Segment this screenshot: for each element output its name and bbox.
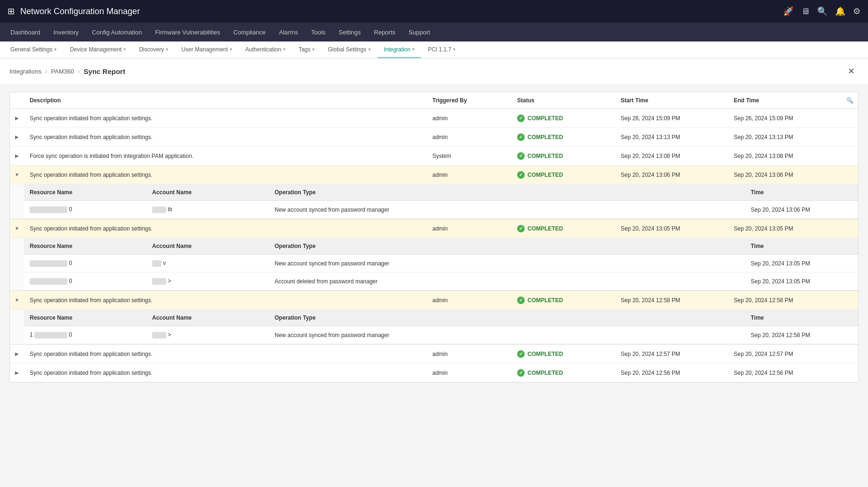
subnav-discovery[interactable]: Discovery ▾ — [132, 41, 175, 58]
status-cell: ✓ COMPLETED — [511, 293, 615, 308]
start-time-cell: Sep 20, 2024 12:56 PM — [615, 366, 728, 380]
nav-inventory[interactable]: Inventory — [47, 23, 85, 41]
subnav-device-management[interactable]: Device Management ▾ — [63, 41, 132, 58]
nav-dashboard[interactable]: Dashboard — [4, 23, 47, 41]
th-status: Status — [511, 97, 615, 104]
breadcrumb-sep-1: › — [45, 68, 47, 75]
expand-button[interactable]: ▶ — [10, 131, 24, 143]
triggered-by-cell: admin — [427, 168, 511, 182]
table-row: ▼ Sync operation initiated from applicat… — [10, 291, 858, 310]
expand-button[interactable]: ▼ — [10, 222, 24, 235]
nav-compliance[interactable]: Compliance — [227, 23, 273, 41]
subnav-user-management[interactable]: User Management ▾ — [175, 41, 239, 58]
breadcrumb-pam360[interactable]: PAM360 — [51, 68, 74, 75]
resource-name-cell: 0 — [24, 257, 146, 270]
operation-type-cell: New account synced from password manager — [269, 257, 745, 270]
nav-reports[interactable]: Reports — [367, 23, 402, 41]
subnav-authentication[interactable]: Authentication ▾ — [239, 41, 292, 58]
subnav-pci[interactable]: PCI 1.1.7 ▾ — [421, 41, 462, 58]
status-cell: ✓ COMPLETED — [511, 130, 615, 145]
account-name-cell: v — [146, 257, 269, 270]
account-short: v — [163, 260, 166, 266]
subnav-general-settings[interactable]: General Settings ▾ — [4, 41, 63, 58]
chevron-down-icon: ▾ — [54, 47, 57, 52]
chevron-down-icon: ▾ — [123, 47, 126, 52]
blurred-resource — [30, 206, 67, 213]
breadcrumb-sep-2: › — [78, 68, 80, 75]
triggered-by-cell: admin — [427, 111, 511, 125]
nav-support[interactable]: Support — [402, 23, 437, 41]
sub-th-account: Account Name — [146, 313, 269, 323]
status-cell: ✓ COMPLETED — [511, 347, 615, 362]
nav-tools[interactable]: Tools — [305, 23, 332, 41]
resource-name-cell: 0 — [24, 203, 146, 216]
bell-icon[interactable]: 🔔 — [835, 6, 845, 17]
resource-name-cell: 0 — [24, 275, 146, 288]
sub-table: Resource Name Account Name Operation Typ… — [10, 238, 858, 291]
launch-icon[interactable]: 🚀 — [783, 6, 794, 17]
expand-button[interactable]: ▶ — [10, 149, 24, 162]
status-cell: ✓ COMPLETED — [511, 149, 615, 164]
search-icon[interactable]: 🔍 — [817, 6, 827, 17]
description-cell: Sync operation initiated from applicatio… — [24, 222, 427, 236]
expand-button[interactable]: ▼ — [10, 168, 24, 181]
th-search[interactable]: 🔍 — [841, 97, 858, 104]
sub-table-row: 1 0 > New account synced from password m… — [24, 326, 858, 344]
nav-settings[interactable]: Settings — [332, 23, 367, 41]
th-start-time: Start Time — [615, 97, 728, 104]
start-time-cell: Sep 20, 2024 12:58 PM — [615, 293, 728, 307]
action-cell — [841, 350, 858, 358]
account-short: ib — [168, 206, 172, 213]
expand-button[interactable]: ▶ — [10, 112, 24, 124]
status-cell: ✓ COMPLETED — [511, 221, 615, 236]
table-row: ▶ Sync operation initiated from applicat… — [10, 128, 858, 147]
sub-th-resource: Resource Name — [24, 241, 146, 251]
sub-th-operation: Operation Type — [269, 187, 745, 198]
completed-icon: ✓ — [517, 225, 525, 232]
completed-icon: ✓ — [517, 133, 525, 141]
th-description: Description — [24, 97, 427, 104]
nav-alarms[interactable]: Alarms — [272, 23, 304, 41]
breadcrumb-sync-report: Sync Report — [84, 67, 125, 75]
blurred-resource — [30, 278, 67, 285]
expand-button[interactable]: ▶ — [10, 347, 24, 360]
sub-time-cell: Sep 20, 2024 13:06 PM — [745, 204, 858, 216]
settings-icon[interactable]: ⚙ — [853, 6, 860, 17]
subnav-tags[interactable]: Tags ▾ — [292, 41, 321, 58]
resource-name-cell: 1 0 — [24, 329, 146, 341]
end-time-cell: Sep 20, 2024 13:05 PM — [728, 222, 841, 236]
subnav-integration[interactable]: Integration ▾ — [377, 41, 422, 58]
sub-th-operation: Operation Type — [269, 241, 745, 251]
close-button[interactable]: ✕ — [844, 64, 859, 78]
sub-th-account: Account Name — [146, 187, 269, 198]
start-time-cell: Sep 20, 2024 13:05 PM — [615, 222, 728, 236]
nav-config-automation[interactable]: Config Automation — [85, 23, 148, 41]
expand-button[interactable]: ▶ — [10, 366, 24, 379]
description-cell: Sync operation initiated from applicatio… — [24, 293, 427, 307]
action-cell — [841, 297, 858, 304]
breadcrumb-integrations[interactable]: Integrations — [9, 68, 41, 75]
sub-nav: General Settings ▾ Device Management ▾ D… — [0, 41, 868, 58]
grid-icon: ⊞ — [8, 6, 15, 17]
main-nav: Dashboard Inventory Config Automation Fi… — [0, 23, 868, 41]
blurred-account — [152, 332, 166, 338]
sub-table: Resource Name Account Name Operation Typ… — [10, 184, 858, 219]
subnav-global-settings[interactable]: Global Settings ▾ — [321, 41, 377, 58]
header-icons: 🚀 🖥 🔍 🔔 ⚙ — [783, 6, 860, 17]
monitor-icon[interactable]: 🖥 — [801, 7, 810, 17]
sub-th-resource: Resource Name — [24, 313, 146, 323]
resource-num: 0 — [69, 206, 72, 213]
action-cell — [841, 133, 858, 141]
description-cell: Sync operation initiated from applicatio… — [24, 130, 427, 144]
start-time-cell: Sep 26, 2024 15:09 PM — [615, 111, 728, 125]
table-header-row: Description Triggered By Status Start Ti… — [10, 92, 858, 109]
completed-icon: ✓ — [517, 171, 525, 179]
start-time-cell: Sep 20, 2024 12:57 PM — [615, 347, 728, 361]
start-time-cell: Sep 20, 2024 13:13 PM — [615, 130, 728, 144]
expand-button[interactable]: ▼ — [10, 294, 24, 306]
chevron-down-icon: ▾ — [312, 47, 315, 52]
nav-firmware[interactable]: Firmware Vulnerabilities — [148, 23, 227, 41]
blurred-account — [152, 206, 166, 213]
sub-time-cell: Sep 20, 2024 13:05 PM — [745, 257, 858, 270]
table-row: ▶ Sync operation initiated from applicat… — [10, 345, 858, 363]
